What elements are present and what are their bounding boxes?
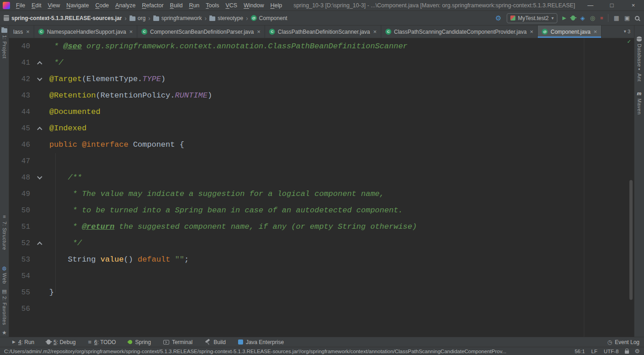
inspection-ok-icon[interactable]: ✓	[627, 39, 631, 45]
maximize-button[interactable]: □	[601, 0, 623, 10]
menu-edit[interactable]: Edit	[28, 1, 45, 10]
fold-down-icon[interactable]	[37, 76, 42, 81]
gutter[interactable]: 49	[9, 186, 49, 202]
tab-classpathscanningcandidatecomponentprovider-java[interactable]: CClassPathScanningCandidateComponentProv…	[381, 26, 538, 38]
menu-help[interactable]: Help	[267, 1, 286, 10]
bottom-tool-build[interactable]: Build	[205, 339, 226, 345]
code-text[interactable]	[49, 268, 634, 284]
code-text[interactable]: String value() default "";	[49, 252, 634, 268]
close-tab-icon[interactable]: ×	[594, 28, 597, 35]
close-tab-icon[interactable]: ×	[373, 28, 377, 35]
bottom-tool-run[interactable]: ▶4: Run	[12, 339, 34, 345]
tool-button-7-structure[interactable]: ≡7: Structure	[0, 214, 9, 250]
tab-lass[interactable]: lass×	[9, 26, 34, 38]
gutter[interactable]: 45	[9, 120, 49, 137]
hidden-tabs-dropdown[interactable]: ▾3	[624, 26, 630, 37]
close-tab-icon[interactable]: ×	[26, 28, 30, 35]
menu-run[interactable]: Run	[186, 1, 203, 10]
tab-componentscanbeandefinitionparser-java[interactable]: CComponentScanBeanDefinitionParser.java×	[137, 26, 265, 38]
code-text[interactable]: /**	[49, 170, 634, 186]
code-text[interactable]: * to be turned into a Spring bean in cas…	[49, 202, 634, 219]
code-editor[interactable]: 40 * @see org.springframework.context.an…	[9, 38, 634, 337]
tab-classpathbeandefinitionscanner-java[interactable]: CClassPathBeanDefinitionScanner.java×	[265, 26, 381, 38]
menu-vcs[interactable]: VCS	[223, 1, 241, 10]
tool-button-2-favorites[interactable]: ▤2: Favorites	[0, 289, 9, 325]
close-tab-icon[interactable]: ×	[257, 28, 260, 35]
gutter[interactable]: 55	[9, 284, 49, 301]
line-separator-widget[interactable]: LF	[591, 349, 597, 354]
close-tab-icon[interactable]: ×	[530, 28, 534, 35]
code-text[interactable]: */	[49, 55, 634, 71]
code-text[interactable]: * @return the suggested component name, …	[49, 219, 634, 235]
tool-button-ant[interactable]: ●Ant	[634, 67, 644, 82]
gutter[interactable]: 43	[9, 87, 49, 104]
code-text[interactable]: */	[49, 235, 634, 252]
event-log-button[interactable]: ◷Event Log	[607, 339, 639, 345]
gutter[interactable]: 41	[9, 55, 49, 71]
tool-button-web[interactable]: ◍Web	[0, 266, 9, 284]
bottom-tool-terminal[interactable]: Terminal	[163, 339, 192, 345]
breadcrumb-org[interactable]: org	[130, 15, 145, 21]
tool-windows-icon[interactable]: ▦	[613, 15, 619, 21]
tool-button-maven[interactable]: mMaven	[634, 91, 644, 115]
gutter[interactable]: 47	[9, 153, 49, 170]
search-icon[interactable]	[635, 16, 639, 21]
layout-icon[interactable]: ▣	[624, 15, 630, 21]
code-text[interactable]: @Documented	[49, 104, 634, 120]
menu-build[interactable]: Build	[167, 1, 186, 10]
tab-component-java[interactable]: @Component.java×	[538, 26, 602, 38]
breadcrumb-component[interactable]: @Component	[251, 15, 287, 21]
coverage-icon[interactable]: ◈	[580, 15, 585, 21]
tab-namespacehandlersupport-java[interactable]: CNamespaceHandlerSupport.java×	[34, 26, 137, 38]
tool-button-star-icon[interactable]: ★	[0, 330, 9, 335]
gutter[interactable]: 48	[9, 170, 49, 186]
gutter[interactable]: 56	[9, 301, 49, 317]
code-text[interactable]: @Indexed	[49, 120, 634, 137]
bottom-tool-spring[interactable]: Spring	[128, 339, 151, 345]
caret-position-widget[interactable]: 56:1	[575, 349, 585, 354]
stop-icon[interactable]: ■	[600, 15, 603, 21]
menu-file[interactable]: File	[13, 1, 28, 10]
bottom-tool-java-enterprise[interactable]: Java Enterprise	[238, 339, 284, 345]
code-text[interactable]: * @see org.springframework.context.annot…	[49, 38, 634, 55]
gutter[interactable]: 44	[9, 104, 49, 120]
encoding-widget[interactable]: UTF-8	[604, 349, 619, 354]
code-text[interactable]: }	[49, 284, 634, 301]
code-text[interactable]: * The value may indicate a suggestion fo…	[49, 186, 634, 202]
close-button[interactable]: ×	[623, 0, 644, 10]
menu-analyze[interactable]: Analyze	[112, 1, 139, 10]
close-tab-icon[interactable]: ×	[129, 28, 133, 35]
play-icon[interactable]: ▶	[562, 15, 566, 21]
tool-button-database[interactable]: Database	[634, 36, 644, 67]
fold-up-icon[interactable]	[37, 127, 42, 132]
code-text[interactable]: @Target(ElementType.TYPE)	[49, 71, 634, 87]
breadcrumb-stereotype[interactable]: stereotype	[209, 15, 243, 21]
fold-up-icon[interactable]	[37, 61, 42, 66]
fold-down-icon[interactable]	[37, 174, 42, 179]
gutter[interactable]: 46	[9, 137, 49, 153]
code-text[interactable]: public @interface Component {	[49, 137, 634, 153]
lock-icon[interactable]	[625, 350, 629, 354]
code-text[interactable]	[49, 153, 634, 170]
code-text[interactable]	[49, 301, 634, 317]
wrench-icon[interactable]: ⚙	[495, 15, 501, 21]
menu-refactor[interactable]: Refactor	[139, 1, 166, 10]
gutter[interactable]: 51	[9, 219, 49, 235]
bottom-tool-todo[interactable]: ≡6: TODO	[88, 339, 116, 345]
breadcrumb-springframework[interactable]: springframework	[153, 15, 202, 21]
gutter[interactable]: 54	[9, 268, 49, 284]
run-config-selector[interactable]: MyTest.test2▾	[507, 13, 557, 23]
menu-code[interactable]: Code	[92, 1, 112, 10]
gutter[interactable]: 42	[9, 71, 49, 87]
menu-window[interactable]: Window	[240, 1, 267, 10]
editor-scrollbar[interactable]	[629, 180, 633, 300]
gutter[interactable]: 52	[9, 235, 49, 252]
menu-navigate[interactable]: Navigate	[63, 1, 92, 10]
code-text[interactable]: @Retention(RetentionPolicy.RUNTIME)	[49, 87, 634, 104]
tool-button-1-project[interactable]: 1: Project	[0, 27, 9, 58]
gutter[interactable]: 53	[9, 252, 49, 268]
menu-view[interactable]: View	[45, 1, 63, 10]
gutter[interactable]: 50	[9, 202, 49, 219]
minimize-button[interactable]: —	[580, 0, 601, 10]
menu-tools[interactable]: Tools	[203, 1, 222, 10]
